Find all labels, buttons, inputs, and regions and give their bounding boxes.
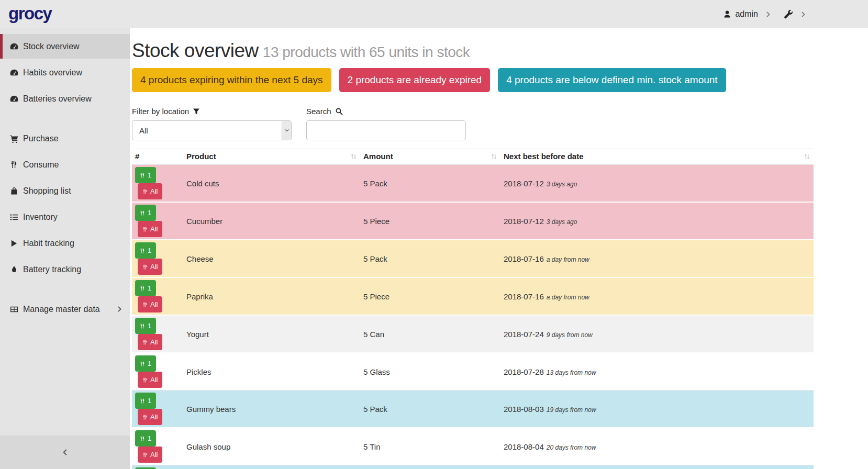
consume-all-button[interactable]: All — [138, 334, 162, 350]
product-name: Gulash soup — [183, 428, 360, 465]
stock-row-cookies: 1AllCookies5 Pack2019-01-106 months from… — [132, 465, 814, 469]
settings-menu[interactable] — [784, 9, 793, 19]
sidebar-item-label: Battery tracking — [23, 265, 81, 274]
utensils-icon — [142, 414, 148, 420]
sidebar-item-stock-overview[interactable]: Stock overview — [0, 34, 130, 59]
column-header-amount[interactable]: Amount — [360, 149, 500, 165]
utensils-icon — [9, 160, 19, 169]
sidebar-collapse-button[interactable] — [0, 436, 130, 469]
column-header-: # — [132, 149, 183, 165]
chevron-right-icon[interactable] — [800, 11, 806, 18]
column-header-product[interactable]: Product — [183, 149, 360, 165]
consume-one-button[interactable]: 1 — [135, 167, 156, 183]
utensils-icon — [140, 323, 145, 329]
user-icon — [723, 10, 731, 18]
expiring-badge[interactable]: 4 products expiring within the next 5 da… — [132, 68, 331, 92]
utensils-icon — [140, 172, 145, 178]
username: admin — [735, 9, 758, 19]
sidebar-item-label: Manage master data — [23, 305, 100, 314]
best-before-date: 2019-01-106 months from now — [500, 465, 814, 469]
sidebar-item-manage-master-data[interactable]: Manage master data — [0, 297, 130, 321]
utensils-icon — [142, 377, 148, 383]
relative-time: 3 days ago — [547, 218, 577, 226]
utensils-icon — [140, 248, 145, 254]
filter-location-label: Filter by location — [132, 107, 292, 116]
list-icon — [9, 213, 19, 221]
stock-row-paprika: 1AllPaprika5 Piece2018-07-16a day from n… — [132, 277, 814, 315]
grocy-app: grocy admin Stock overviewHabits — [0, 0, 868, 469]
best-before-date: 2018-07-2813 days from now — [500, 353, 814, 390]
best-before-date: 2018-07-249 days from now — [500, 315, 814, 353]
page-title: Stock overview — [132, 40, 259, 61]
consume-all-button[interactable]: All — [138, 446, 162, 463]
sidebar-item-purchase[interactable]: Purchase — [0, 126, 130, 151]
sidebar-item-label: Shopping list — [23, 186, 71, 196]
utensils-icon — [140, 436, 145, 442]
row-actions: 1All — [132, 315, 183, 353]
consume-all-button[interactable]: All — [138, 221, 162, 237]
consume-one-button[interactable]: 1 — [135, 393, 156, 409]
expired-badge[interactable]: 2 products are already expired — [339, 68, 491, 92]
bag-icon — [9, 186, 19, 195]
search-icon — [335, 107, 343, 115]
consume-all-button[interactable]: All — [138, 259, 162, 275]
product-name: Cold cuts — [183, 165, 360, 203]
wrench-icon — [784, 9, 793, 19]
sidebar-item-habit-tracking[interactable]: Habit tracking — [0, 231, 130, 255]
relative-time: 13 days from now — [547, 369, 596, 376]
best-before-date: 2018-08-0319 days from now — [500, 390, 814, 428]
droplet-icon — [9, 265, 19, 274]
row-actions: 1All — [132, 202, 183, 240]
chevron-down-icon — [282, 121, 291, 140]
row-actions: 1All — [132, 277, 183, 315]
sidebar-item-inventory[interactable]: Inventory — [0, 205, 130, 229]
below-min-badge[interactable]: 4 products are below defined min. stock … — [498, 68, 726, 92]
chevron-left-icon — [62, 449, 68, 456]
chevron-right-icon — [117, 306, 123, 312]
consume-all-button[interactable]: All — [138, 296, 162, 312]
amount-value: 5 Piece — [360, 277, 500, 315]
consume-all-button[interactable]: All — [138, 183, 162, 199]
relative-time: 20 days from now — [547, 444, 596, 451]
filter-row: Filter by location All Search — [132, 107, 814, 140]
amount-value: 5 Can — [360, 315, 500, 353]
row-actions: 1All — [132, 240, 183, 277]
column-header-next-best-before-date[interactable]: Next best before date — [500, 149, 814, 165]
search-input[interactable] — [306, 120, 466, 140]
consume-one-button[interactable]: 1 — [135, 242, 156, 259]
consume-one-button[interactable]: 1 — [135, 280, 156, 296]
amount-value: 5 Piece — [360, 202, 500, 240]
tachometer-icon — [9, 94, 19, 104]
utensils-icon — [142, 226, 148, 232]
relative-time: 19 days from now — [547, 406, 596, 414]
table-icon — [9, 305, 19, 314]
consume-all-button[interactable]: All — [138, 372, 162, 388]
row-actions: 1All — [132, 465, 183, 469]
consume-one-button[interactable]: 1 — [135, 205, 156, 221]
sidebar-item-batteries-overview[interactable]: Batteries overview — [0, 86, 130, 111]
sidebar-item-consume[interactable]: Consume — [0, 152, 130, 177]
stock-row-gummy-bears: 1AllGummy bears5 Pack2018-08-0319 days f… — [132, 390, 814, 428]
consume-one-button[interactable]: 1 — [135, 318, 156, 334]
row-actions: 1All — [132, 390, 183, 428]
utensils-icon — [140, 210, 145, 216]
product-name: Cucumber — [183, 202, 360, 240]
sidebar-item-battery-tracking[interactable]: Battery tracking — [0, 257, 130, 282]
consume-one-button[interactable]: 1 — [135, 430, 156, 446]
chevron-right-icon[interactable] — [765, 11, 771, 18]
amount-value: 5 Tin — [360, 428, 500, 465]
location-select[interactable]: All — [132, 120, 292, 140]
best-before-date: 2018-08-0420 days from now — [500, 428, 814, 465]
sidebar-item-label: Stock overview — [23, 42, 80, 51]
consume-all-button[interactable]: All — [138, 409, 162, 425]
sidebar-item-habits-overview[interactable]: Habits overview — [0, 60, 130, 85]
relative-time: a day from now — [547, 294, 589, 301]
product-name: Paprika — [183, 277, 360, 315]
main-content: Stock overview13 products with 65 units … — [130, 28, 868, 469]
user-menu[interactable]: admin — [723, 9, 758, 19]
app-logo[interactable]: grocy — [8, 5, 51, 24]
sidebar-item-shopping-list[interactable]: Shopping list — [0, 178, 130, 203]
stock-row-cucumber: 1AllCucumber5 Piece2018-07-123 days ago — [132, 202, 814, 240]
amount-value: 5 Pack — [360, 390, 500, 428]
consume-one-button[interactable]: 1 — [135, 355, 156, 372]
